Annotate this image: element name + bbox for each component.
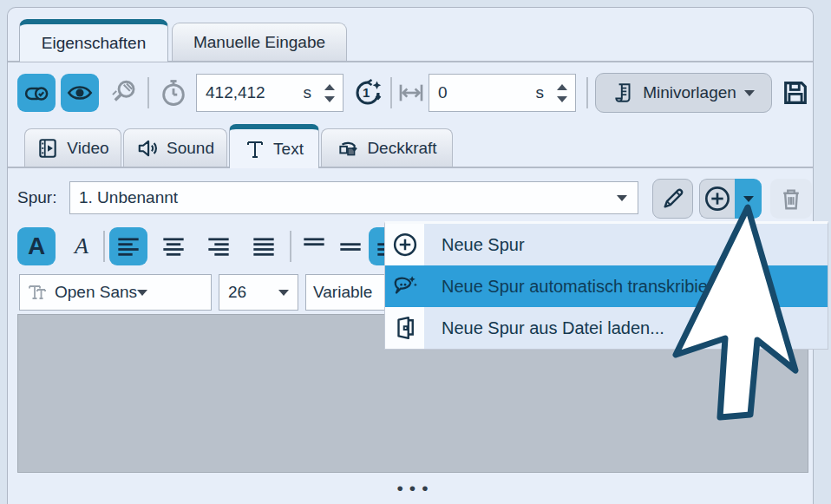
bold-button[interactable]: A [17, 227, 56, 265]
track-combobox[interactable]: 1. Unbenannt [69, 181, 638, 214]
tab-deckkraft[interactable]: Deckkraft [321, 128, 453, 167]
magnifier-speed-icon [108, 78, 138, 108]
menu-item-neue-spur[interactable]: Neue Spur [385, 224, 828, 265]
splitter-dots: ••• [396, 478, 434, 498]
valign-middle-button[interactable] [336, 227, 365, 265]
toolbar-separator-3 [586, 77, 588, 108]
offset-spinner[interactable] [557, 75, 567, 111]
minivorlagen-button[interactable]: Minivorlagen [595, 73, 772, 113]
track-label: Spur: [17, 188, 56, 207]
save-icon [781, 78, 810, 108]
toggle-check-icon [23, 80, 49, 106]
tab-video-label: Video [67, 139, 108, 158]
spin-down-icon[interactable] [324, 96, 335, 102]
valign-top-button[interactable] [296, 227, 332, 265]
plus-circle-icon [385, 224, 424, 265]
font-variable-label: Variable [306, 283, 372, 302]
menu-item-label: Neue Spur automatisch transkribieren [424, 277, 733, 297]
spin-up-icon[interactable] [324, 84, 335, 90]
auto-duration-button[interactable]: 1 [349, 74, 387, 112]
chevron-down-icon [743, 196, 754, 202]
align-center-button[interactable] [154, 227, 193, 265]
italic-glyph: A [75, 233, 88, 259]
load-file-icon [385, 307, 424, 349]
eye-icon [66, 79, 94, 107]
video-icon [36, 137, 59, 160]
tab-eigenschaften-label: Eigenschaften [42, 34, 146, 53]
italic-button[interactable]: A [64, 227, 99, 265]
valign-middle-icon [338, 236, 363, 257]
chevron-down-icon [278, 290, 289, 296]
width-arrows-icon [397, 79, 425, 107]
svg-text:1: 1 [363, 85, 370, 100]
font-family-combobox[interactable]: Open Sans [19, 274, 212, 311]
menu-item-label: Neue Spur [424, 235, 525, 255]
visibility-button[interactable] [61, 74, 99, 112]
align-right-button[interactable] [200, 227, 238, 265]
plus-circle-icon [703, 185, 731, 213]
timer-sparkle-icon: 1 [352, 77, 383, 108]
toolbar-separator-1 [147, 77, 149, 108]
duration-unit: s [304, 83, 312, 102]
chevron-down-icon [744, 90, 755, 96]
tab-manuelle-eingabe[interactable]: Manuelle Eingabe [172, 23, 347, 61]
add-track-dropdown-button[interactable] [735, 179, 762, 219]
stopwatch-icon [159, 78, 188, 108]
font-icon [27, 282, 48, 303]
menu-item-label: Neue Spur aus Datei laden... [424, 318, 664, 338]
panel-splitter-handle[interactable]: ••• [0, 478, 831, 499]
bold-glyph: A [28, 232, 45, 260]
search-preview-button[interactable] [106, 74, 141, 112]
duration-value: 412,412 [197, 83, 304, 102]
font-size-combobox[interactable]: 26 [219, 274, 298, 311]
format-separator-1 [103, 231, 105, 262]
spin-down-icon[interactable] [557, 96, 567, 102]
add-track-menu: Neue Spur Neue Spur automatisch transkri… [384, 221, 828, 350]
tab-sound-label: Sound [167, 139, 214, 158]
font-variable-button[interactable]: Variable [305, 274, 384, 311]
align-justify-button[interactable] [245, 227, 283, 265]
rename-track-button[interactable] [652, 179, 693, 219]
add-track-button[interactable] [699, 179, 735, 219]
speaker-icon [136, 137, 159, 160]
offset-value: 0 [429, 83, 536, 102]
font-family-value: Open Sans [48, 283, 137, 302]
align-left-icon [116, 236, 141, 257]
properties-window: Eigenschaften Manuelle Eingabe [0, 0, 831, 504]
tab-text[interactable]: Text [229, 124, 319, 168]
transcribe-icon [385, 265, 424, 307]
duration-spinner[interactable] [324, 75, 335, 111]
offset-unit: s [536, 83, 545, 102]
align-left-button[interactable] [109, 227, 147, 265]
pencil-icon [660, 186, 686, 212]
tab-sound[interactable]: Sound [123, 128, 227, 167]
tab-video[interactable]: Video [24, 128, 121, 167]
tab-deckkraft-label: Deckkraft [367, 139, 436, 158]
tab-text-label: Text [273, 140, 304, 159]
opacity-icon [337, 137, 359, 160]
toggle-link-button[interactable] [17, 74, 56, 112]
tab-manuelle-eingabe-label: Manuelle Eingabe [193, 33, 325, 52]
format-separator-2 [290, 231, 291, 262]
divider-media-tabs [8, 167, 813, 168]
duration-input[interactable]: 412,412 s [196, 74, 344, 112]
offset-input[interactable]: 0 s [429, 74, 576, 112]
chevron-down-icon [137, 290, 147, 296]
valign-top-icon [302, 236, 326, 257]
trash-icon [778, 186, 804, 212]
toolbar-separator-2 [390, 77, 392, 108]
chevron-down-icon [617, 195, 627, 201]
offset-label-icon-box [396, 74, 427, 112]
menu-item-aus-datei[interactable]: Neue Spur aus Datei laden... [385, 307, 828, 349]
save-button[interactable] [779, 76, 812, 109]
align-justify-icon [252, 236, 276, 257]
track-selected-value: 1. Unbenannt [70, 188, 617, 207]
tab-eigenschaften[interactable]: Eigenschaften [19, 19, 168, 62]
align-center-icon [161, 236, 186, 257]
scroll-template-icon [612, 82, 635, 104]
align-right-icon [206, 236, 231, 257]
duration-label-icon-box [156, 74, 191, 112]
spin-up-icon[interactable] [557, 84, 567, 90]
delete-track-button[interactable] [770, 179, 812, 219]
menu-item-transkribieren[interactable]: Neue Spur automatisch transkribieren [385, 265, 828, 307]
